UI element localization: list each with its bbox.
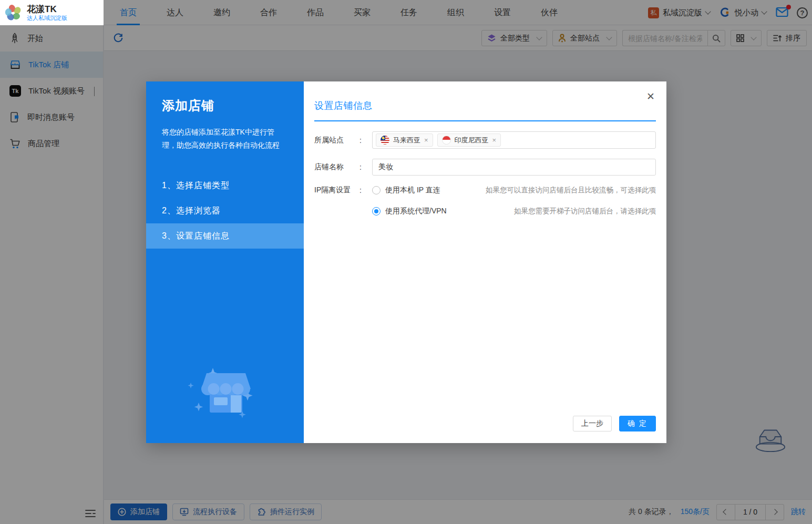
remove-tag-icon[interactable]: ×	[492, 136, 497, 144]
ip-field-row-2: 使用系统代理/VPN 如果您需要开梯子访问店铺后台，请选择此项	[314, 207, 656, 216]
modal-form-panel: ✕ 设置店铺信息 所属站点 : 马来西亚 × 印度尼西亚 ×	[304, 81, 666, 443]
name-field-row: 店铺名称 :	[314, 159, 656, 176]
remove-tag-icon[interactable]: ×	[424, 136, 428, 144]
radio-unchecked[interactable]	[372, 186, 381, 194]
malaysia-flag-icon	[381, 136, 389, 145]
ip-option-vpn: 使用系统代理/VPN 如果您需要开梯子访问店铺后台，请选择此项	[372, 207, 656, 216]
site-field-row: 所属站点 : 马来西亚 × 印度尼西亚 ×	[314, 131, 656, 149]
store-name-input[interactable]	[372, 159, 656, 176]
modal-steps-panel: 添加店铺 将您的店铺添加至花漾TK中进行管理，助您高效的执行各种自动化流程 1、…	[146, 81, 304, 443]
site-field-label: 所属站点	[314, 136, 359, 145]
ip-field-label: IP隔离设置	[314, 186, 359, 195]
site-tag-label: 马来西亚	[393, 136, 420, 145]
step-item-3-active: 3、设置店铺信息	[146, 223, 304, 249]
form-title: 设置店铺信息	[314, 99, 656, 112]
app-window: 首页 达人 邀约 合作 作品 买家 任务 组织 设置 伙伴 私 私域沉淀版	[0, 0, 812, 524]
site-tag-malaysia: 马来西亚 ×	[376, 133, 433, 147]
ip-option-direct-label[interactable]: 使用本机 IP 直连	[385, 186, 440, 195]
ip-option-vpn-hint: 如果您需要开梯子访问店铺后台，请选择此项	[514, 207, 656, 216]
app-subtitle: 达人私域沉淀版	[27, 14, 67, 22]
step-list: 1、选择店铺类型 2、选择浏览器 3、设置店铺信息	[146, 173, 304, 249]
storefront-illustration	[180, 362, 270, 422]
flower-logo-icon	[5, 4, 22, 21]
app-title: 花漾TK	[27, 4, 67, 14]
ip-option-direct: 使用本机 IP 直连 如果您可以直接访问店铺后台且比较流畅，可选择此项	[372, 186, 656, 195]
colon: :	[359, 163, 372, 171]
add-store-modal: 添加店铺 将您的店铺添加至花漾TK中进行管理，助您高效的执行各种自动化流程 1、…	[146, 81, 666, 443]
name-field-label: 店铺名称	[314, 162, 359, 172]
modal-footer: 上一步 确 定	[573, 416, 656, 431]
colon: :	[359, 186, 372, 194]
modal-description: 将您的店铺添加至花漾TK中进行管理，助您高效的执行各种自动化流程	[162, 126, 288, 152]
ip-option-vpn-label[interactable]: 使用系统代理/VPN	[385, 207, 447, 216]
title-divider	[314, 120, 656, 121]
previous-step-button[interactable]: 上一步	[573, 416, 612, 431]
site-tags-input[interactable]: 马来西亚 × 印度尼西亚 ×	[372, 131, 656, 149]
step-item-2: 2、选择浏览器	[146, 198, 304, 223]
ip-option-direct-hint: 如果您可以直接访问店铺后台且比较流畅，可选择此项	[486, 186, 656, 195]
step-item-1: 1、选择店铺类型	[146, 173, 304, 198]
close-icon[interactable]: ✕	[644, 89, 657, 103]
colon: :	[359, 136, 372, 145]
indonesia-flag-icon	[442, 136, 451, 145]
app-title-block: 花漾TK 达人私域沉淀版	[27, 4, 67, 22]
ip-field-row-1: IP隔离设置 : 使用本机 IP 直连 如果您可以直接访问店铺后台且比较流畅，可…	[314, 186, 656, 195]
confirm-button[interactable]: 确 定	[619, 416, 656, 431]
site-tag-label: 印度尼西亚	[455, 136, 489, 145]
modal-title: 添加店铺	[162, 97, 288, 114]
site-tag-indonesia: 印度尼西亚 ×	[437, 133, 501, 147]
radio-checked[interactable]	[372, 207, 381, 215]
app-logo-block[interactable]: 花漾TK 达人私域沉淀版	[0, 0, 104, 25]
